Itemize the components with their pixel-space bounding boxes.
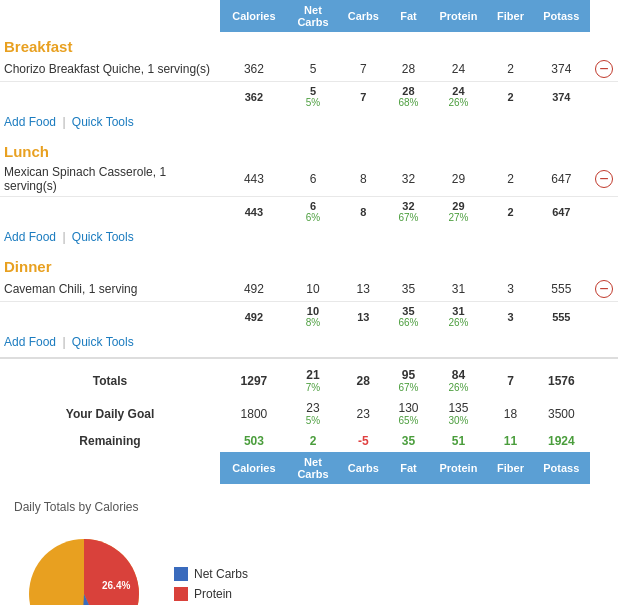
- dinner-add-food[interactable]: Add Food: [4, 335, 56, 349]
- bottom-empty: [590, 452, 618, 484]
- lunch-summary-net-carbs: 6 6%: [288, 197, 338, 227]
- column-header-row: Calories NetCarbs Carbs Fat Protein Fibe…: [0, 0, 618, 32]
- pie-protein-slice: [84, 539, 139, 605]
- goal-row: Your Daily Goal 1800 23 5% 23 130 65% 13…: [0, 397, 618, 430]
- breakfast-add-food[interactable]: Add Food: [4, 115, 56, 129]
- lunch-summary-carbs: 8: [338, 197, 388, 227]
- remaining-potass: 1924: [533, 430, 590, 452]
- lunch-summary-row: 443 6 6% 8 32 67% 29 27% 2 647: [0, 197, 618, 227]
- dinner-fiber: 3: [488, 277, 532, 302]
- protein-pct-label: 26.4%: [102, 580, 130, 591]
- breakfast-remove-icon[interactable]: −: [595, 60, 613, 78]
- goal-potass: 3500: [533, 397, 590, 430]
- dinner-carbs: 13: [338, 277, 388, 302]
- dinner-summary-calories: 492: [220, 302, 288, 332]
- breakfast-fiber: 2: [488, 57, 532, 82]
- breakfast-title: Breakfast: [0, 32, 618, 57]
- dinner-summary-empty: [590, 302, 618, 332]
- remaining-net-carbs: 2: [288, 430, 338, 452]
- totals-protein: 84 26%: [429, 364, 489, 397]
- chart-section: Daily Totals by Calories 67.1% 26.4% Net…: [0, 484, 618, 605]
- breakfast-summary-row: 362 5 5% 7 28 68% 24 26% 2 374: [0, 82, 618, 112]
- breakfast-actions-row: Add Food | Quick Tools: [0, 111, 618, 137]
- totals-label: Totals: [0, 364, 220, 397]
- lunch-title: Lunch: [0, 137, 618, 162]
- col-net-carbs: NetCarbs: [288, 0, 338, 32]
- lunch-summary-fiber: 2: [488, 197, 532, 227]
- breakfast-separator: |: [62, 115, 65, 129]
- remaining-row: Remaining 503 2 -5 35 51 11 1924: [0, 430, 618, 452]
- breakfast-remove[interactable]: −: [590, 57, 618, 82]
- bottom-header-row: Calories NetCarbs Carbs Fat Protein Fibe…: [0, 452, 618, 484]
- col-fat: Fat: [388, 0, 428, 32]
- legend-net-carbs-label: Net Carbs: [194, 567, 248, 581]
- dinner-quick-tools[interactable]: Quick Tools: [72, 335, 134, 349]
- breakfast-summary-calories: 362: [220, 82, 288, 112]
- goal-calories: 1800: [220, 397, 288, 430]
- dinner-net-carbs: 10: [288, 277, 338, 302]
- remaining-carbs: -5: [338, 430, 388, 452]
- breakfast-summary-fiber: 2: [488, 82, 532, 112]
- dinner-remove-icon[interactable]: −: [595, 280, 613, 298]
- col-calories: Calories: [220, 0, 288, 32]
- lunch-add-food[interactable]: Add Food: [4, 230, 56, 244]
- totals-calories: 1297: [220, 364, 288, 397]
- col-protein: Protein: [429, 0, 489, 32]
- dinner-header: Dinner: [0, 252, 618, 277]
- lunch-summary-fat: 32 67%: [388, 197, 428, 227]
- dinner-food-row: Caveman Chili, 1 serving 492 10 13 35 31…: [0, 277, 618, 302]
- breakfast-net-carbs: 5: [288, 57, 338, 82]
- lunch-calories: 443: [220, 162, 288, 197]
- lunch-quick-tools[interactable]: Quick Tools: [72, 230, 134, 244]
- remaining-fiber: 11: [488, 430, 532, 452]
- lunch-actions: Add Food | Quick Tools: [0, 226, 618, 252]
- breakfast-actions: Add Food | Quick Tools: [0, 111, 618, 137]
- remaining-label: Remaining: [0, 430, 220, 452]
- remaining-empty: [590, 430, 618, 452]
- bottom-col-potass: Potass: [533, 452, 590, 484]
- lunch-remove[interactable]: −: [590, 162, 618, 197]
- breakfast-header: Breakfast: [0, 32, 618, 57]
- goal-fiber: 18: [488, 397, 532, 430]
- breakfast-quick-tools[interactable]: Quick Tools: [72, 115, 134, 129]
- goal-empty: [590, 397, 618, 430]
- dinner-summary-net-carbs: 10 8%: [288, 302, 338, 332]
- breakfast-summary-fat: 28 68%: [388, 82, 428, 112]
- dinner-fat: 35: [388, 277, 428, 302]
- breakfast-calories: 362: [220, 57, 288, 82]
- dinner-actions-row: Add Food | Quick Tools: [0, 331, 618, 358]
- totals-potass: 1576: [533, 364, 590, 397]
- pie-chart: 67.1% 26.4%: [14, 524, 154, 605]
- net-carbs-color-box: [174, 567, 188, 581]
- dinner-actions: Add Food | Quick Tools: [0, 331, 618, 358]
- breakfast-summary-protein: 24 26%: [429, 82, 489, 112]
- dinner-food-name: Caveman Chili, 1 serving: [0, 277, 220, 302]
- dinner-calories: 492: [220, 277, 288, 302]
- nutrition-table: Calories NetCarbs Carbs Fat Protein Fibe…: [0, 0, 618, 484]
- lunch-remove-icon[interactable]: −: [595, 170, 613, 188]
- bottom-col-net-carbs: NetCarbs: [288, 452, 338, 484]
- goal-fat: 130 65%: [388, 397, 428, 430]
- protein-color-box: [174, 587, 188, 601]
- bottom-col-fat: Fat: [388, 452, 428, 484]
- lunch-separator: |: [62, 230, 65, 244]
- dinner-summary-protein: 31 26%: [429, 302, 489, 332]
- remaining-fat: 35: [388, 430, 428, 452]
- food-col-spacer: [0, 0, 220, 32]
- totals-empty: [590, 364, 618, 397]
- lunch-protein: 29: [429, 162, 489, 197]
- dinner-remove[interactable]: −: [590, 277, 618, 302]
- actions-col-spacer: [590, 0, 618, 32]
- col-fiber: Fiber: [488, 0, 532, 32]
- bottom-col-carbs: Carbs: [338, 452, 388, 484]
- goal-carbs: 23: [338, 397, 388, 430]
- breakfast-food-name: Chorizo Breakfast Quiche, 1 serving(s): [0, 57, 220, 82]
- dinner-separator: |: [62, 335, 65, 349]
- dinner-summary-potass: 555: [533, 302, 590, 332]
- lunch-summary-potass: 647: [533, 197, 590, 227]
- lunch-food-row: Mexican Spinach Casserole, 1 serving(s) …: [0, 162, 618, 197]
- breakfast-food-row: Chorizo Breakfast Quiche, 1 serving(s) 3…: [0, 57, 618, 82]
- lunch-actions-row: Add Food | Quick Tools: [0, 226, 618, 252]
- lunch-food-name: Mexican Spinach Casserole, 1 serving(s): [0, 162, 220, 197]
- dinner-summary-spacer: [0, 302, 220, 332]
